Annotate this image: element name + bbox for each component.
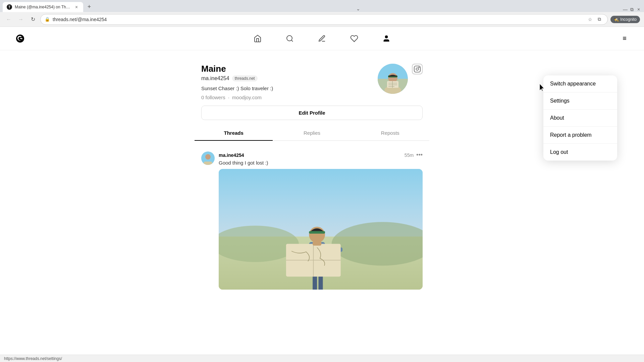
post-more-button[interactable]: ••• (416, 152, 423, 159)
instagram-icon[interactable] (412, 64, 423, 74)
status-url: https://www.threads.net/settings/ (4, 356, 62, 361)
post-text: Good thing I got lost :) (219, 160, 423, 166)
address-text: threads.net/@ma.ine4254 (53, 17, 583, 22)
profile-bio: Sunset Chaser :) Solo traveler :) (201, 85, 378, 91)
svg-rect-32 (309, 231, 325, 234)
profile-info: Maine ma.ine4254 threads.net Sunset Chas… (201, 64, 378, 100)
incognito-badge: 🕵 Incognito (610, 16, 640, 23)
lock-icon: 🔒 (45, 17, 50, 22)
minimize-button[interactable]: — (623, 7, 628, 12)
tab-dropdown-button[interactable]: ⌄ (356, 6, 360, 11)
address-bar[interactable]: 🔒 threads.net/@ma.ine4254 ☆ ⧉ (40, 14, 608, 25)
post-image (219, 169, 423, 290)
post-avatar (201, 152, 215, 165)
close-window-button[interactable]: × (636, 7, 641, 12)
profile-website: moodjoy.com (232, 95, 262, 100)
menu-button[interactable]: ≡ (619, 33, 631, 45)
bookmark-button[interactable]: ☆ (586, 15, 594, 23)
svg-point-17 (205, 154, 211, 160)
reload-button[interactable]: ↻ (28, 15, 38, 24)
svg-rect-8 (387, 81, 398, 88)
window-controls: — ⧉ × (623, 7, 641, 12)
svg-rect-33 (313, 241, 321, 246)
header-right: ≡ (619, 33, 631, 45)
svg-rect-18 (204, 162, 212, 165)
profile-avatar (378, 64, 408, 94)
compose-nav-button[interactable] (316, 33, 328, 45)
threads-logo[interactable] (13, 32, 27, 45)
page-content: ≡ Maine ma.ine4254 threads.net Sunset Ch… (0, 27, 644, 350)
post-header: ma.ine4254 55m ••• (219, 152, 423, 159)
post-username: ma.ine4254 (219, 153, 244, 158)
profile-header: Maine ma.ine4254 threads.net Sunset Chas… (195, 64, 429, 100)
profile-username-row: ma.ine4254 threads.net (201, 75, 378, 81)
profile-nav-button[interactable] (380, 33, 392, 45)
activity-nav-button[interactable] (348, 33, 360, 45)
search-nav-button[interactable] (284, 33, 296, 45)
profile-section: Maine ma.ine4254 threads.net Sunset Chas… (195, 57, 429, 302)
tab-title: Maine (@ma.ine4254) on Threa… (15, 5, 71, 9)
svg-point-15 (419, 67, 419, 68)
dropdown-switch-appearance[interactable]: Switch appearance (543, 75, 617, 93)
svg-rect-13 (414, 66, 420, 72)
dropdown-menu: Switch appearance Settings About Report … (543, 75, 617, 161)
home-nav-button[interactable] (252, 33, 264, 45)
status-bar: https://www.threads.net/settings/ (0, 355, 644, 362)
tab-replies[interactable]: Replies (273, 125, 351, 140)
address-actions: ☆ ⧉ (586, 15, 603, 23)
svg-point-6 (388, 73, 397, 82)
tab-favicon: T (7, 4, 12, 10)
forward-button[interactable]: → (16, 15, 25, 24)
center-content: Maine ma.ine4254 threads.net Sunset Chas… (195, 50, 429, 350)
svg-point-14 (416, 68, 418, 70)
edit-profile-button[interactable]: Edit Profile (201, 106, 423, 120)
post-time: 55m (405, 153, 414, 158)
tab-threads[interactable]: Threads (195, 125, 273, 140)
svg-point-0 (287, 36, 292, 41)
new-tab-button[interactable]: + (85, 2, 94, 11)
profile-stats: 0 followers · moodjoy.com (201, 95, 378, 100)
profile-tabs: Threads Replies Reposts (195, 125, 429, 141)
dropdown-settings[interactable]: Settings (543, 93, 617, 110)
post-meta: 55m ••• (405, 152, 423, 159)
active-tab[interactable]: T Maine (@ma.ine4254) on Threa… × (3, 2, 83, 12)
back-button[interactable]: ← (4, 15, 13, 24)
threads-badge: threads.net (232, 75, 258, 81)
dropdown-report-problem[interactable]: Report a problem (543, 127, 617, 144)
app-header: ≡ (0, 27, 644, 50)
svg-point-2 (385, 36, 388, 38)
left-sidebar (0, 50, 94, 350)
nav-icons (252, 33, 392, 45)
tab-manager-button[interactable]: ⧉ (595, 15, 603, 23)
tab-close-button[interactable]: × (74, 4, 79, 10)
tab-bar: T Maine (@ma.ine4254) on Threa… × + ⌄ — … (0, 0, 644, 12)
stats-dot: · (228, 95, 229, 100)
dropdown-logout[interactable]: Log out (543, 144, 617, 161)
thread-post: ma.ine4254 55m ••• Good thing I got lost… (195, 146, 429, 295)
followers-count: 0 followers (201, 95, 225, 100)
tab-reposts[interactable]: Reposts (351, 125, 429, 140)
browser-actions: 🕵 Incognito (610, 16, 640, 23)
browser-chrome: T Maine (@ma.ine4254) on Threa… × + ⌄ — … (0, 0, 644, 27)
post-content: ma.ine4254 55m ••• Good thing I got lost… (219, 152, 423, 290)
maximize-button[interactable]: ⧉ (629, 7, 635, 12)
profile-username: ma.ine4254 (201, 75, 229, 81)
profile-name: Maine (201, 64, 378, 74)
svg-line-1 (291, 40, 293, 41)
dropdown-about[interactable]: About (543, 110, 617, 127)
browser-toolbar: ← → ↻ 🔒 threads.net/@ma.ine4254 ☆ ⧉ 🕵 In… (0, 12, 644, 27)
